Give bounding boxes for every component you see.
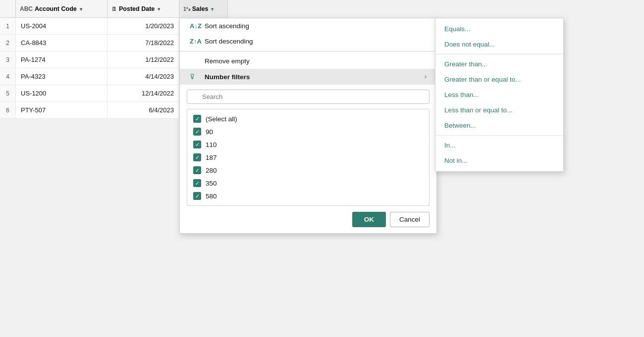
- checkbox-580-label: 580: [206, 193, 217, 200]
- cancel-button[interactable]: Cancel: [390, 212, 429, 227]
- sort-descending-label: Sort descending: [205, 38, 253, 45]
- checkbox-580[interactable]: ✓ 580: [187, 190, 429, 202]
- checkbox-187-label: 187: [206, 154, 217, 161]
- search-input[interactable]: [187, 90, 429, 104]
- account-code-dropdown-icon[interactable]: ▾: [80, 6, 82, 12]
- submenu-less-than[interactable]: Less than...: [435, 87, 563, 102]
- checkmark-90: ✓: [195, 129, 200, 135]
- checkbox-110-box: ✓: [193, 141, 201, 148]
- checkbox-187-box: ✓: [193, 153, 201, 161]
- submenu-greater-than[interactable]: Greater than...: [435, 56, 563, 72]
- cell-date-1: 1/20/2023: [107, 18, 179, 34]
- checkbox-110[interactable]: ✓ 110: [187, 138, 429, 151]
- submenu-separator-1: [435, 54, 563, 54]
- checkmark-187: ✓: [195, 155, 200, 160]
- row-num-1: 1: [0, 18, 16, 34]
- sort-ascending-item[interactable]: A↓Z Sort ascending: [180, 18, 436, 34]
- submenu-less-equal[interactable]: Less than or equal to...: [435, 102, 563, 118]
- checkbox-90-label: 90: [206, 128, 213, 136]
- cell-account-4: PA-4323: [16, 68, 107, 85]
- cell-account-5: US-1200: [16, 85, 107, 101]
- account-code-type-icon: ABC: [20, 5, 33, 12]
- checkbox-90[interactable]: ✓ 90: [187, 125, 429, 138]
- cell-date-6: 6/4/2023: [107, 102, 179, 118]
- checkbox-280-box: ✓: [193, 166, 201, 174]
- checkbox-select-all-box: ✓: [193, 115, 201, 123]
- posted-date-label: Posted Date: [119, 5, 155, 12]
- ok-button[interactable]: OK: [352, 212, 386, 227]
- table-header: ABC Account Code ▾ 🗓 Posted Date ▾ 1²₃ S…: [0, 0, 228, 18]
- checkbox-350[interactable]: ✓ 350: [187, 177, 429, 190]
- checkmark-580: ✓: [195, 193, 200, 199]
- row-num-2: 2: [0, 35, 16, 51]
- sales-dropdown-icon[interactable]: ▾: [211, 6, 214, 12]
- checkbox-list: ✓ (Select all) ✓ 90 ✓ 110 ✓ 187 ✓: [187, 109, 429, 206]
- checkbox-110-label: 110: [206, 141, 217, 148]
- checkbox-select-all-label: (Select all): [206, 115, 237, 123]
- submenu-equals[interactable]: Equals...: [435, 21, 563, 37]
- number-filters-label: Number filters: [205, 73, 250, 81]
- checkbox-90-box: ✓: [193, 128, 201, 136]
- submenu-separator-2: [435, 135, 563, 136]
- checkmark-select-all: ✓: [195, 116, 200, 122]
- row-num-6: 6: [0, 102, 16, 118]
- filter-footer: OK Cancel: [180, 206, 436, 233]
- row-num-4: 4: [0, 68, 16, 85]
- checkmark-350: ✓: [195, 181, 200, 186]
- checkbox-580-box: ✓: [193, 192, 201, 200]
- submenu-in[interactable]: In...: [435, 138, 563, 153]
- sales-type-icon: 1²₃: [183, 6, 190, 12]
- col-header-sales[interactable]: 1²₃ Sales ▾: [179, 0, 228, 18]
- checkbox-187[interactable]: ✓ 187: [187, 151, 429, 164]
- search-box-container: 🔍: [180, 85, 436, 109]
- cell-account-2: CA-8843: [16, 35, 107, 51]
- sort-ascending-label: Sort ascending: [205, 22, 249, 30]
- filter-funnel-icon: ⊽: [190, 73, 201, 81]
- account-code-label: Account Code: [35, 5, 77, 12]
- cell-date-4: 4/14/2023: [107, 68, 179, 85]
- cell-date-2: 7/18/2022: [107, 35, 179, 51]
- cell-date-5: 12/14/2022: [107, 85, 179, 101]
- filter-dropdown: A↓Z Sort ascending Z↑A Sort descending R…: [179, 18, 437, 234]
- sort-descending-item[interactable]: Z↑A Sort descending: [180, 34, 436, 49]
- cell-account-1: US-2004: [16, 18, 107, 34]
- submenu-arrow-icon: ›: [425, 73, 427, 80]
- cell-account-6: PTY-507: [16, 102, 107, 118]
- submenu-greater-equal[interactable]: Greater than or equal to...: [435, 72, 563, 87]
- menu-separator-1: [180, 51, 436, 51]
- checkbox-350-label: 350: [206, 180, 217, 187]
- row-num-5: 5: [0, 85, 16, 101]
- sort-descending-icon: Z↑A: [190, 38, 201, 45]
- col-header-date[interactable]: 🗓 Posted Date ▾: [107, 0, 179, 18]
- submenu-not-equal[interactable]: Does not equal...: [435, 37, 563, 52]
- checkbox-280[interactable]: ✓ 280: [187, 164, 429, 177]
- remove-empty-label: Remove empty: [205, 57, 250, 65]
- number-filters-submenu: Equals... Does not equal... Greater than…: [435, 18, 564, 172]
- checkbox-select-all[interactable]: ✓ (Select all): [187, 112, 429, 125]
- search-wrapper: 🔍: [187, 90, 429, 104]
- submenu-between[interactable]: Between...: [435, 118, 563, 133]
- checkmark-110: ✓: [195, 142, 200, 147]
- sort-ascending-icon: A↓Z: [190, 22, 201, 30]
- cell-account-3: PA-1274: [16, 51, 107, 68]
- posted-date-type-icon: 🗓: [111, 6, 117, 12]
- number-filters-item[interactable]: ⊽ Number filters ›: [180, 69, 436, 85]
- col-header-account[interactable]: ABC Account Code ▾: [16, 0, 107, 18]
- row-num-header: [0, 0, 16, 17]
- row-num-3: 3: [0, 51, 16, 68]
- checkmark-280: ✓: [195, 168, 200, 173]
- submenu-not-in[interactable]: Not in...: [435, 153, 563, 168]
- posted-date-dropdown-icon[interactable]: ▾: [158, 6, 160, 12]
- checkbox-280-label: 280: [206, 167, 217, 174]
- cell-date-3: 1/12/2022: [107, 51, 179, 68]
- sales-label: Sales: [192, 5, 209, 12]
- remove-empty-item[interactable]: Remove empty: [180, 53, 436, 69]
- checkbox-350-box: ✓: [193, 179, 201, 187]
